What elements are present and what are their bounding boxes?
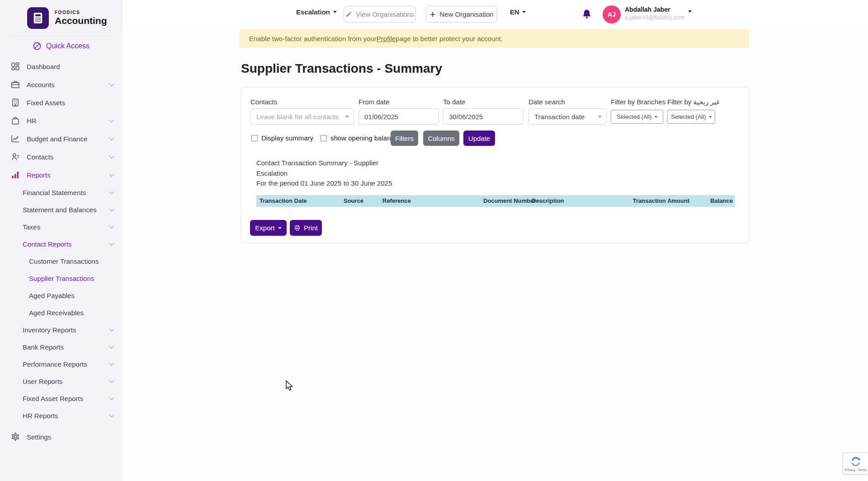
alert-text: Enable two-factor authentication from yo… xyxy=(249,35,377,42)
chevron-down-icon xyxy=(109,224,114,229)
gear-icon xyxy=(10,432,20,442)
sidebar-item-label: Settings xyxy=(27,433,51,441)
filter-nonprofit-label: Filter by غير ربحية xyxy=(667,98,720,106)
recaptcha-icon xyxy=(850,456,862,467)
sidebar-item-dashboard[interactable]: Dashboard xyxy=(0,57,122,75)
sidebar-item-fixed-asset-reports[interactable]: Fixed Asset Reports xyxy=(0,390,122,407)
alert-text: page to better protect your account. xyxy=(396,35,503,42)
bell-icon xyxy=(581,8,592,20)
nonprofit-filter-button[interactable]: Selected (All) xyxy=(667,110,715,124)
column-balance: Balance xyxy=(710,195,733,207)
sidebar-item-aged-receivables[interactable]: Aged Receivables xyxy=(0,304,122,321)
sidebar-item-label: Statement and Balances xyxy=(23,206,96,214)
quick-access-button[interactable]: Quick Access xyxy=(0,36,122,54)
profile-link[interactable]: Profile xyxy=(377,35,396,42)
to-date-input[interactable]: 30/06/2025 xyxy=(443,108,524,125)
pencil-icon xyxy=(345,11,352,18)
export-button[interactable]: Export xyxy=(250,220,287,236)
sidebar-item-label: Contacts xyxy=(27,153,53,161)
sidebar-item-aged-payables[interactable]: Aged Payables xyxy=(0,287,122,304)
sidebar-item-hr[interactable]: HR xyxy=(0,112,122,130)
nonprofit-filter-value: Selected (All) xyxy=(671,113,706,120)
chevron-down-icon xyxy=(109,361,114,366)
organisation-dropdown-label: Escalation xyxy=(296,8,330,16)
sidebar-item-settings[interactable]: Settings xyxy=(0,428,122,446)
sidebar-item-hr-reports[interactable]: HR Reports xyxy=(0,407,122,424)
notifications-button[interactable] xyxy=(581,8,592,22)
sidebar-item-label: Supplier Transactions xyxy=(29,275,94,282)
page-title: Supplier Transactions - Summary xyxy=(241,61,442,76)
report-org: Escalation xyxy=(256,168,392,179)
app-name: Accounting xyxy=(55,15,107,26)
sidebar-item-label: Inventory Reports xyxy=(23,326,76,334)
update-button-label: Update xyxy=(468,135,490,142)
branches-filter-value: Selected (All) xyxy=(617,113,651,120)
columns-button-label: Columns xyxy=(428,135,454,142)
show-opening-balance-checkbox[interactable] xyxy=(321,135,327,141)
date-search-select[interactable]: Transaction date xyxy=(528,108,607,125)
sidebar-item-customer-transactions[interactable]: Customer Transactions xyxy=(0,252,122,270)
sidebar-item-label: HR Reports xyxy=(23,412,58,420)
filters-button[interactable]: Filters xyxy=(391,131,418,146)
user-info[interactable]: Abdallah Jaber a.jaber+5@foodics.com xyxy=(625,6,684,21)
sidebar-item-label: Financial Statements xyxy=(23,189,86,196)
sidebar-item-label: Fixed Assets xyxy=(27,99,65,107)
chevron-down-icon xyxy=(109,412,114,417)
sidebar-item-financial-statements[interactable]: Financial Statements xyxy=(0,184,122,201)
sidebar-item-budget-finance[interactable]: Budget and Finance xyxy=(0,130,122,148)
user-email: a.jaber+5@foodics.com xyxy=(625,14,684,21)
sidebar-item-fixed-assets[interactable]: Fixed Assets xyxy=(0,93,122,112)
columns-button[interactable]: Columns xyxy=(423,131,459,146)
branches-filter-button[interactable]: Selected (All) xyxy=(611,110,663,124)
view-organisations-button[interactable]: View Organisations xyxy=(344,6,416,23)
caret-down-icon xyxy=(709,116,712,118)
sidebar-item-contacts[interactable]: Contacts xyxy=(0,148,122,166)
date-search-value: Transaction date xyxy=(534,113,585,121)
report-period: For the period 01 June 2025 to 30 June 2… xyxy=(256,178,392,189)
recaptcha-badge[interactable]: Privacy - Terms xyxy=(843,453,868,474)
sidebar-item-inventory-reports[interactable]: Inventory Reports xyxy=(0,321,122,338)
mouse-cursor xyxy=(286,380,294,394)
contacts-select[interactable]: Leave blank for all contacts xyxy=(250,108,354,125)
sidebar-item-reports[interactable]: Reports xyxy=(0,166,122,184)
sidebar-item-accounts[interactable]: Accounts xyxy=(0,75,122,93)
column-description: Description xyxy=(532,195,564,207)
sidebar-item-label: Accounts xyxy=(27,81,55,89)
show-opening-balance-label: show opening balance xyxy=(330,134,398,142)
sidebar-item-supplier-transactions[interactable]: Supplier Transactions xyxy=(0,270,122,287)
person-icon xyxy=(10,152,20,162)
sidebar-item-label: Aged Payables xyxy=(29,292,75,299)
sidebar-item-label: Reports xyxy=(27,171,51,179)
sidebar-item-taxes[interactable]: Taxes xyxy=(0,218,122,235)
chevron-down-icon xyxy=(109,172,114,177)
chevron-down-icon xyxy=(109,206,114,211)
sidebar-item-label: Taxes xyxy=(23,223,40,231)
from-date-input[interactable]: 01/06/2025 xyxy=(359,108,439,125)
display-summary-checkbox[interactable] xyxy=(251,135,258,141)
recaptcha-privacy-terms: Privacy - Terms xyxy=(844,468,866,472)
update-button[interactable]: Update xyxy=(463,131,495,146)
caret-down-icon xyxy=(333,11,337,13)
sidebar-item-bank-reports[interactable]: Bank Reports xyxy=(0,338,122,355)
topbar: Escalation View Organisations New Organi… xyxy=(122,0,868,29)
sidebar-item-label: User Reports xyxy=(23,378,62,385)
sidebar-item-statement-balances[interactable]: Statement and Balances xyxy=(0,201,122,218)
sidebar-item-label: Performance Reports xyxy=(23,360,87,368)
export-button-label: Export xyxy=(255,224,274,232)
chevron-down-icon xyxy=(109,344,114,349)
chevron-down-icon xyxy=(109,81,114,86)
new-organisation-button[interactable]: New Organisation xyxy=(426,6,497,23)
avatar[interactable]: AJ xyxy=(603,5,621,23)
building-icon xyxy=(10,98,20,107)
language-dropdown[interactable]: EN xyxy=(510,8,526,16)
printer-icon xyxy=(294,224,301,231)
print-button[interactable]: Print xyxy=(290,220,322,236)
sidebar-item-label: Customer Transactions xyxy=(29,257,99,265)
avatar-initials: AJ xyxy=(608,11,616,18)
organisation-dropdown[interactable]: Escalation xyxy=(296,8,337,16)
dashboard-icon xyxy=(10,61,20,71)
user-menu-caret[interactable] xyxy=(688,13,692,21)
sidebar-item-user-reports[interactable]: User Reports xyxy=(0,373,122,390)
sidebar-item-performance-reports[interactable]: Performance Reports xyxy=(0,355,122,373)
sidebar-item-contact-reports[interactable]: Contact Reports xyxy=(0,235,122,252)
